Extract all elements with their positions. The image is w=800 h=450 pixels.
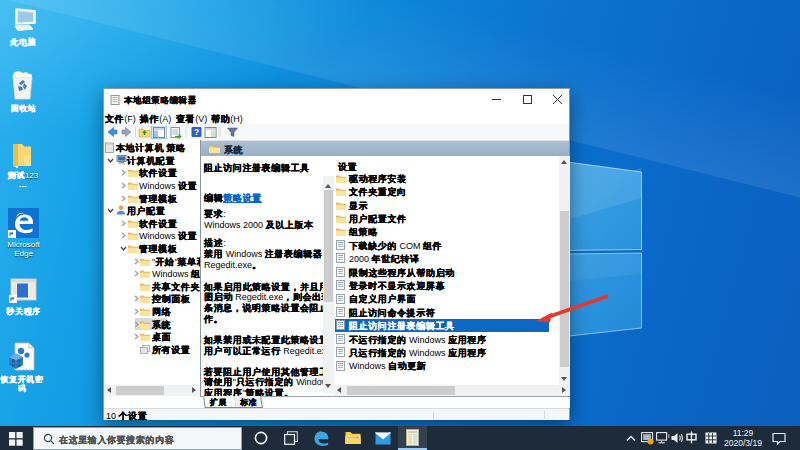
svg-text:?: ? — [194, 127, 199, 137]
